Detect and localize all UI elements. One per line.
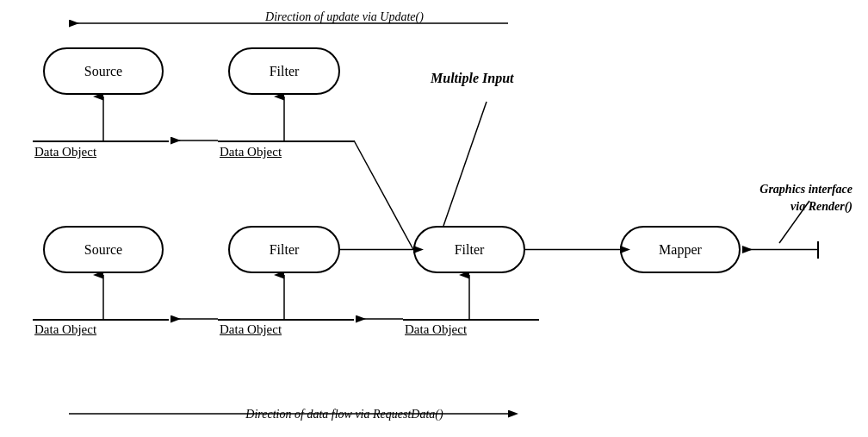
mapper-node: Mapper	[620, 226, 741, 273]
data-obj-3: Data Object	[34, 322, 96, 337]
data-obj-1: Data Object	[34, 145, 96, 159]
filter1-node: Filter	[228, 47, 340, 95]
direction-dataflow-label: Direction of data flow via RequestData()	[43, 408, 646, 421]
hline-do1	[33, 140, 169, 142]
data-obj-4: Data Object	[220, 322, 282, 337]
direction-update-label: Direction of update via Update()	[43, 10, 646, 24]
hline-do5	[403, 319, 539, 321]
filter3-node: Filter	[413, 226, 525, 273]
data-obj-2: Data Object	[220, 145, 282, 159]
hline-do4	[218, 319, 354, 321]
multiple-input-label: Multiple Input	[431, 71, 513, 86]
filter2-node: Filter	[228, 226, 340, 273]
source1-node: Source	[43, 47, 164, 95]
data-obj-5: Data Object	[405, 322, 467, 337]
svg-line-14	[354, 140, 413, 250]
svg-line-18	[443, 102, 487, 226]
graphics-interface-label: Graphics interfacevia Render()	[760, 181, 852, 215]
hline-do3	[33, 319, 169, 321]
hline-do2	[218, 140, 354, 142]
vtk-pipeline-diagram: Direction of update via Update() Directi…	[0, 0, 868, 437]
source2-node: Source	[43, 226, 164, 273]
